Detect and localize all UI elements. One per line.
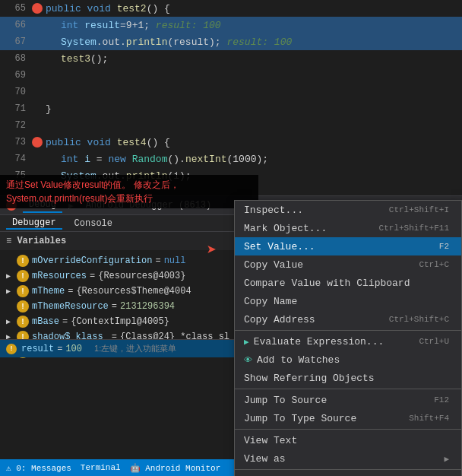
code-line-68: 68 test3(); bbox=[0, 50, 462, 67]
menu-item-referring-objects[interactable]: Show Referring Objects bbox=[235, 369, 461, 387]
menu-item-add-watches[interactable]: 👁 Add to Watches bbox=[235, 351, 461, 369]
code-line-67: 67 System.out.println(result); result: 1… bbox=[0, 33, 462, 50]
code-line-69: 69 bbox=[0, 67, 462, 84]
menu-item-view-text[interactable]: View Text bbox=[235, 431, 461, 449]
menu-item-copy-value[interactable]: Copy Value Ctrl+C bbox=[235, 255, 461, 274]
code-line-73: 73 public void test4() { bbox=[0, 134, 462, 151]
menu-separator-4 bbox=[235, 469, 461, 470]
menu-item-mark-object[interactable]: Mark Object... Ctrl+Shift+F11 bbox=[235, 219, 461, 237]
android-monitor-tab[interactable]: 🤖 Android Monitor bbox=[130, 463, 221, 473]
menu-separator-1 bbox=[235, 330, 461, 331]
breakpoint-65 bbox=[32, 3, 43, 14]
messages-tab[interactable]: ⚠ 0: Messages bbox=[6, 463, 71, 473]
code-line-66: 66 int result=9+1; result: 100 bbox=[0, 17, 462, 33]
menu-item-copy-address[interactable]: Copy Address Ctrl+Shift+C bbox=[235, 310, 461, 328]
menu-item-jump-type-source[interactable]: Jump To Type Source Shift+F4 bbox=[235, 409, 461, 427]
code-line-71: 71 } bbox=[0, 100, 462, 117]
context-menu: Inspect... Ctrl+Shift+I Mark Object... C… bbox=[234, 200, 462, 476]
subtab-console[interactable]: Console bbox=[68, 218, 119, 229]
breakpoint-73 bbox=[32, 137, 43, 148]
menu-item-view-as[interactable]: View as ▶ bbox=[235, 449, 461, 468]
code-line-74: 74 int i = new Random().nextInt(1000); bbox=[0, 151, 462, 167]
watch-icon: 👁 bbox=[244, 355, 252, 365]
menu-separator-2 bbox=[235, 389, 461, 389]
menu-separator-3 bbox=[235, 429, 461, 430]
subtab-debugger[interactable]: Debugger bbox=[6, 217, 62, 230]
code-line-70: 70 bbox=[0, 84, 462, 100]
menu-item-compare-clipboard[interactable]: Compare Value with Clipboard bbox=[235, 274, 461, 292]
menu-item-inspect[interactable]: Inspect... Ctrl+Shift+I bbox=[235, 201, 461, 219]
menu-item-evaluate[interactable]: ▶ Evaluate Expression... Ctrl+U bbox=[235, 332, 461, 351]
terminal-tab[interactable]: Terminal bbox=[81, 463, 121, 472]
code-line-72: 72 bbox=[0, 117, 462, 134]
arrow-indicator: ➤ bbox=[207, 240, 217, 261]
evaluate-icon: ▶ bbox=[244, 337, 249, 347]
code-editor: 65 public void test2() { 66 int result=9… bbox=[0, 0, 462, 198]
menu-item-jump-source[interactable]: Jump To Source F12 bbox=[235, 391, 461, 409]
menu-item-copy-name[interactable]: Copy Name bbox=[235, 292, 461, 310]
chinese-tooltip: 通过Set Value修改result的值。 修改之后，System.out.p… bbox=[0, 175, 258, 208]
menu-item-set-value[interactable]: Set Value... F2 bbox=[235, 237, 461, 255]
code-line-65: 65 public void test2() { bbox=[0, 0, 462, 17]
menu-item-show-types[interactable]: ✓ Show types bbox=[235, 471, 461, 476]
